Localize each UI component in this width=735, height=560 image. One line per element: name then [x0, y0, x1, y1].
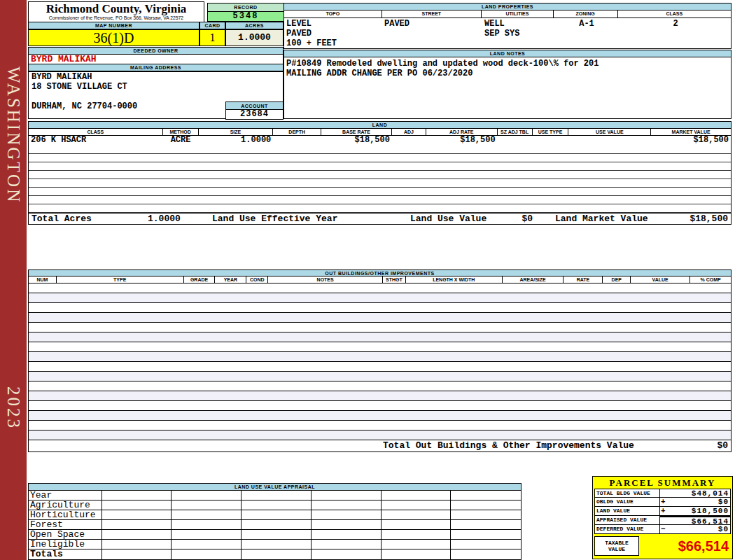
appraisal-cell: [382, 540, 451, 549]
total-acres-label: Total Acres: [31, 214, 92, 224]
out-building-row: [29, 323, 731, 332]
sidebar-year-label: 2023: [4, 386, 23, 430]
appraisal-cell: [382, 520, 451, 529]
appraisal-cell: [172, 530, 241, 539]
appraisal-cell: [312, 491, 382, 500]
parcel-summary-value-cell: +$18,500: [660, 507, 731, 516]
land-note-line: P#10849 Remodeled dwelling and updated w…: [284, 59, 731, 69]
land-prop-value: WELL: [484, 19, 554, 29]
out-buildings-table: OUT BUILDINGS/OTHER IMPROVEMENTS NUMTYPE…: [28, 270, 732, 452]
taxable-value-row: TAXABLE VALUE $66,514: [594, 536, 731, 556]
parcel-summary-value-cell: +$0: [660, 498, 731, 507]
parcel-summary-amount: $48,014: [692, 489, 730, 497]
appraisal-cell: [451, 540, 521, 549]
out-building-row: [29, 303, 731, 313]
ob-col-2: GRADE: [184, 276, 216, 284]
land-table: LAND CLASSMETHODSIZEDEPTHBASE RATEADJADJ…: [28, 121, 732, 225]
land-market-value: $18,500: [690, 214, 728, 224]
ob-col-8: AREA/SIZE: [503, 276, 564, 284]
appraisal-cell: [312, 520, 382, 529]
deeded-owner-value: BYRD MALIKAH: [28, 55, 284, 64]
appraisal-row-label: Horticulture: [29, 510, 102, 519]
appraisal-cell: [172, 491, 241, 500]
land-cell-4: $18,500: [321, 136, 392, 146]
sidebar-county-label: WASHINGTON: [4, 66, 23, 204]
land-use-value: $0: [484, 214, 533, 224]
out-building-row: [29, 342, 731, 352]
land-prop-value: SEP SYS: [484, 29, 554, 38]
map-value-row: 36(1)D 1 1.0000: [28, 29, 284, 46]
acres-label: ACRES: [225, 22, 284, 29]
land-col-3: DEPTH: [273, 129, 321, 136]
land-cell-3: [273, 136, 321, 146]
land-col-9: USE VALUE: [568, 129, 651, 136]
out-buildings-title: OUT BUILDINGS/OTHER IMPROVEMENTS: [29, 270, 731, 276]
appraisal-cell: [382, 510, 451, 519]
appraisal-cell: [451, 530, 521, 539]
parcel-summary-label: TOTAL BLDG VALUE: [594, 489, 660, 498]
land-table-row: 206 K HSACRACRE1.0000$18,500$18,500$18,5…: [29, 136, 731, 146]
record-box: RECORD 5348: [207, 3, 284, 22]
parcel-summary-label: LAND VALUE: [594, 507, 660, 516]
land-prop-col-0: TOPO: [284, 10, 382, 18]
parcel-summary-value-cell: −$0: [660, 525, 731, 534]
card-value: 1: [200, 29, 225, 46]
card-label: CARD: [200, 22, 225, 29]
appraisal-cell: [241, 520, 312, 529]
out-building-row: [29, 362, 731, 372]
land-cell-7: [498, 136, 533, 146]
land-use-appraisal-title: LAND USE VALUE APPRAISAL: [29, 484, 521, 491]
land-cell-2: 1.0000: [199, 136, 274, 146]
land-use-appraisal-rows: YearAgricultureHorticultureForestOpen Sp…: [29, 491, 521, 559]
appraisal-row-forest: Forest: [29, 520, 521, 530]
appraisal-cell: [312, 550, 382, 559]
land-col-6: ADJ RATE: [426, 129, 498, 136]
land-prop-values-street: PAVED: [382, 19, 482, 29]
appraisal-cell: [312, 540, 382, 549]
out-building-row: [29, 421, 731, 430]
appraisal-cell: [382, 530, 451, 539]
land-prop-value: 2: [619, 19, 732, 29]
total-acres-value: 1.0000: [148, 214, 181, 224]
land-notes-title: LAND NOTES: [284, 50, 731, 57]
operator: +: [660, 498, 666, 506]
property-record-card: WASHINGTON 2023 Richmond County, Virgini…: [0, 0, 735, 560]
parcel-summary-label: APPRAISED VALUE: [594, 516, 660, 525]
land-prop-value: 100 + FEET: [286, 38, 382, 48]
appraisal-cell: [312, 510, 382, 519]
land-table-empty-rows: [29, 146, 731, 213]
appraisal-row-label: Agriculture: [29, 500, 102, 510]
appraisal-cell: [172, 510, 241, 519]
land-col-1: METHOD: [163, 129, 199, 136]
appraisal-cell: [102, 500, 172, 510]
land-properties-values: LEVELPAVED100 + FEETPAVEDWELLSEP SYSA-12: [284, 18, 731, 48]
out-building-row: [29, 284, 731, 293]
appraisal-row-open-space: Open Space: [29, 530, 521, 540]
land-prop-value: A-1: [554, 19, 619, 29]
appraisal-cell: [451, 520, 521, 529]
county-title: Richmond County, Virginia: [29, 2, 204, 15]
appraisal-row-agriculture: Agriculture: [29, 500, 521, 510]
land-notes-box: LAND NOTES P#10849 Remodeled dwelling an…: [284, 50, 732, 119]
map-header-row: MAP NUMBER CARD ACRES: [28, 22, 284, 29]
out-buildings-headers: NUMTYPEGRADEYEARCONDNOTESSTHGTLENGTH X W…: [29, 276, 731, 284]
land-prop-col-2: UTILITIES: [482, 10, 554, 18]
parcel-summary-label: OBLDG VALUE: [594, 498, 660, 507]
sidebar: WASHINGTON 2023: [0, 0, 27, 560]
ob-col-12: % COMP: [690, 276, 731, 284]
land-cell-0: 206 K HSACR: [29, 136, 163, 146]
appraisal-cell: [102, 520, 172, 529]
land-prop-col-3: ZONING: [554, 10, 618, 18]
land-col-7: SZ ADJ TBL: [498, 129, 533, 136]
acres-value: 1.0000: [225, 29, 284, 46]
ob-col-10: DEP: [603, 276, 631, 284]
appraisal-cell: [241, 530, 312, 539]
out-buildings-total-value: $0: [717, 440, 728, 451]
appraisal-row-label: Open Space: [29, 530, 102, 539]
land-col-2: SIZE: [199, 129, 274, 136]
parcel-summary-row: TOTAL BLDG VALUE$48,014: [594, 489, 731, 498]
land-col-5: ADJ: [392, 129, 426, 136]
ob-col-5: NOTES: [268, 276, 383, 284]
out-buildings-empty-rows: [29, 284, 731, 440]
record-value: 5348: [207, 12, 284, 22]
